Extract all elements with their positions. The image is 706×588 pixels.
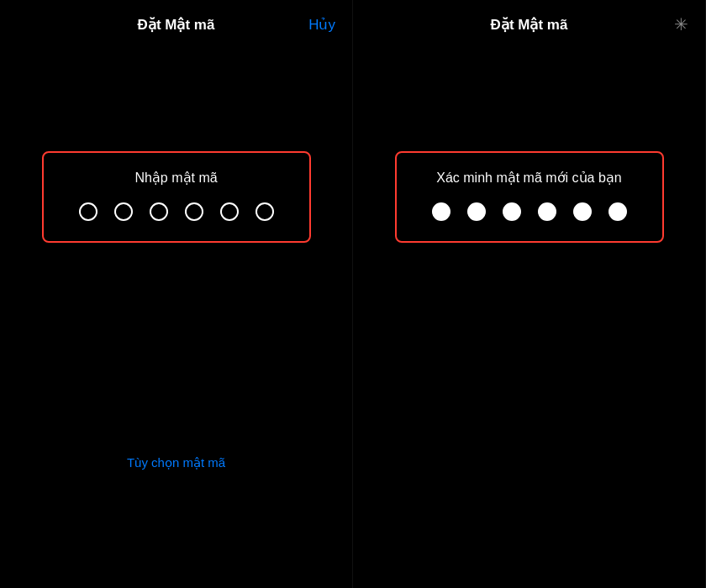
right-screen: Đặt Mật mã ✳ Xác minh mật mã mới của bạn	[353, 0, 706, 588]
dot-5	[220, 202, 239, 221]
dot-2	[114, 202, 133, 221]
dot-3	[150, 202, 168, 221]
passcode-options-link[interactable]: Tùy chọn mật mã	[127, 455, 225, 470]
left-dots-row	[79, 202, 274, 221]
rdot-2	[467, 202, 486, 221]
dot-6	[256, 202, 274, 221]
rdot-1	[432, 202, 450, 221]
left-screen: Đặt Mật mã Hủy Nhập mật mã Tùy chọn mật …	[0, 0, 353, 588]
cancel-button[interactable]: Hủy	[308, 16, 335, 34]
rdot-3	[503, 202, 521, 221]
spinner-icon: ✳	[674, 14, 688, 34]
right-dots-row	[432, 202, 627, 221]
rdot-5	[573, 202, 592, 221]
right-title: Đặt Mật mã	[491, 16, 568, 34]
right-passcode-box: Xác minh mật mã mới của bạn	[395, 151, 664, 243]
left-passcode-label: Nhập mật mã	[134, 170, 217, 186]
rdot-6	[609, 202, 627, 221]
left-title: Đặt Mật mã	[138, 16, 215, 34]
right-passcode-label: Xác minh mật mã mới của bạn	[436, 170, 622, 186]
dot-1	[79, 202, 97, 221]
dot-4	[185, 202, 203, 221]
rdot-4	[538, 202, 556, 221]
right-header: Đặt Mật mã ✳	[353, 0, 705, 42]
left-header: Đặt Mật mã Hủy	[0, 0, 352, 42]
left-passcode-box: Nhập mật mã	[42, 151, 311, 243]
